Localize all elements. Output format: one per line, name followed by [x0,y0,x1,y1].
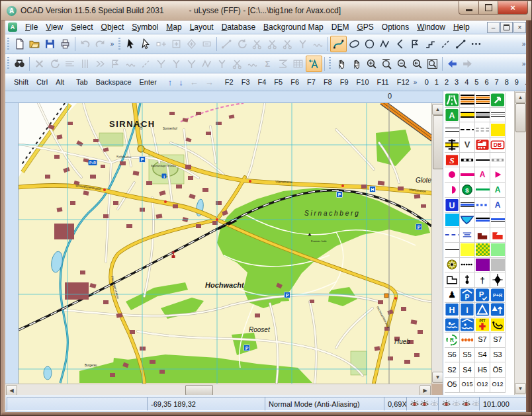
menu-file[interactable]: File [21,21,42,33]
symbol-marsh[interactable] [460,228,475,243]
symbol-text-s7b[interactable]: S7 [490,333,506,348]
pan-map-button[interactable] [333,56,349,71]
close-button[interactable]: × [498,1,528,15]
key-f6[interactable]: F6 [287,75,303,89]
scroll-up-arrow[interactable]: ▲ [432,104,443,115]
symbol-park-and-ride[interactable]: P+R [490,288,506,303]
key-f12[interactable]: F12 [393,75,414,89]
pan-page-button[interactable] [349,56,364,71]
symbol-track-orange[interactable] [460,333,475,348]
symbol-ruin[interactable] [445,272,460,288]
symbol-db-station[interactable]: DB [490,138,506,153]
toolbar-grip[interactable] [329,57,331,70]
symbol-a-blue[interactable]: A [490,198,506,213]
new-file-button[interactable] [12,36,27,52]
zoom-out-button[interactable] [394,56,410,71]
toolbar-grip[interactable] [7,38,9,51]
symbol-v-symbol[interactable]: V [460,138,475,153]
symbol-text-h5[interactable]: H5 [475,362,490,378]
mdi-close-button[interactable]: × [513,22,526,33]
symbol-text-s5[interactable]: S5 [460,348,475,363]
menu-layout[interactable]: Layout [186,21,218,33]
key-digit-0[interactable]: 0 [421,75,431,89]
symbol-parking-covered[interactable]: P [460,288,475,303]
key-digit-8[interactable]: 8 [502,75,511,89]
symbol-text-o15[interactable]: O15 [460,378,475,393]
toolbar-overflow-chevron[interactable]: » [108,36,116,52]
toolbar-grip[interactable] [118,38,120,51]
zoom-window-button[interactable] [425,56,440,71]
map-horizontal-scrollbar[interactable]: ◀ ▶ [5,384,431,395]
key-f7[interactable]: F7 [303,75,320,89]
eye-visible-icon[interactable] [410,400,419,407]
symbol-motorway-a[interactable]: A [445,108,460,123]
nav-back-button[interactable] [445,56,460,71]
symbol-bus-stop[interactable] [490,317,506,333]
symbol-path-dashed[interactable] [475,122,490,138]
menu-object[interactable]: Object [97,21,128,33]
symbol-recycling[interactable]: R [445,333,460,348]
key-digit-9[interactable]: 9 [511,75,521,89]
mdi-restore-button[interactable] [500,22,513,33]
symbol-hospital[interactable]: H [445,303,460,318]
map-canvas[interactable]: PPPPPHiP+RSIRNACHS i r n a c h b e r gHo… [19,103,431,384]
menu-window[interactable]: Window [413,21,449,33]
menu-dem[interactable]: DEM [328,21,353,33]
symbol-bridge[interactable] [445,138,460,153]
eye-visible-icon[interactable] [442,400,451,407]
key-digit-6[interactable]: 6 [482,75,492,89]
symbol-motorway-symbol[interactable] [445,93,460,108]
zoom-current-button[interactable] [379,56,394,71]
symbol-waterway[interactable] [460,198,475,213]
select-vertex-button[interactable] [138,36,154,52]
symbol-area-cultivated[interactable] [475,243,490,258]
palette-scroll-thumb[interactable] [515,103,526,132]
key-f5[interactable]: F5 [270,75,287,89]
zoom-in-button[interactable] [364,56,379,71]
menu-map[interactable]: Map [162,21,185,33]
symbol-text-s6[interactable]: S6 [445,348,460,363]
key-backspace[interactable]: Backspace [92,75,136,89]
symbol-swimming[interactable] [445,317,460,333]
symbol-text-s7[interactable]: S7 [475,333,490,348]
symbol-road-yellow[interactable] [460,108,475,123]
curve-mode-button[interactable] [330,36,347,52]
key-f11[interactable]: F11 [373,75,393,89]
key-arrow[interactable]: ↓ [175,75,187,89]
symbol-halfpoint-magenta[interactable] [445,183,460,198]
eye-hidden-icon[interactable] [452,400,461,407]
symbol-text-o5b[interactable]: Ö5 [445,378,460,393]
mdi-minimize-button[interactable]: – [487,22,500,33]
scroll-down-arrow[interactable]: ▼ [432,372,443,383]
symbol-text-s4[interactable]: S4 [475,348,490,363]
symbol-ditch[interactable] [445,228,460,243]
more-tools-button[interactable] [468,36,484,52]
key-ctrl[interactable]: Ctrl [32,75,52,89]
symbol-building-red[interactable] [490,228,506,243]
symbol-road-major-thin[interactable] [475,93,490,108]
menu-symbol[interactable]: Symbol [128,21,162,33]
vertical-scroll-thumb[interactable] [433,115,443,169]
eye-visible-icon[interactable] [420,400,429,407]
key-arrow[interactable]: ← [187,75,202,89]
ellipse-mode-button[interactable] [347,36,362,52]
symbol-control-point[interactable] [445,258,460,273]
symbol-dotted-line[interactable] [460,258,475,273]
symbol-text-s2[interactable]: S2 [445,362,460,378]
save-file-button[interactable] [42,36,58,52]
symbol-stream[interactable] [490,213,506,228]
symbol-area-water[interactable] [445,213,460,228]
stairway-mode-button[interactable] [423,36,438,52]
key-digit-7[interactable]: 7 [492,75,502,89]
symbol-area-sand[interactable] [490,122,506,138]
key-enter[interactable]: Enter [136,75,161,89]
symbol-road-double[interactable] [490,108,506,123]
symbol-road-major[interactable] [460,93,475,108]
symbol-area-gray[interactable] [490,258,506,273]
symbol-line-magenta[interactable] [460,167,475,183]
edit-text-button[interactable] [306,56,322,72]
straight-mode-button[interactable] [392,36,408,52]
symbol-contour[interactable] [445,243,460,258]
symbol-railway-station[interactable] [475,138,490,153]
map-vertical-scrollbar[interactable]: ▲ ▼ [431,103,443,384]
